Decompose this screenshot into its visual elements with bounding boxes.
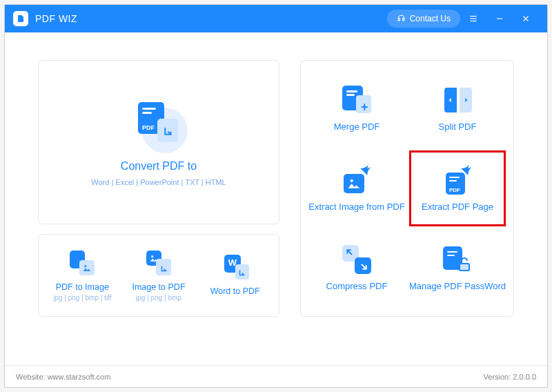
convert-pdf-card[interactable]: PDF Convert PDF to Word | Excel | PowerP…: [38, 60, 279, 224]
app-title: PDF WIZ: [35, 13, 77, 24]
pdf-to-image-icon: [68, 249, 96, 277]
split-pdf-icon: [442, 84, 473, 116]
version-value: 2.0.0.0: [513, 373, 536, 381]
mini-tools-card: PDF to Image jpg | png | bmp | tiff Imag…: [38, 234, 279, 317]
svg-point-6: [85, 265, 87, 267]
split-pdf-button[interactable]: Split PDF: [407, 69, 508, 148]
contact-us-button[interactable]: Contact Us: [387, 10, 460, 28]
merge-pdf-button[interactable]: + Merge PDF: [306, 69, 407, 148]
extract-pdf-page-button[interactable]: PDF Extract PDF Page: [407, 148, 508, 228]
word-to-pdf-button[interactable]: W Word to PDF: [197, 253, 273, 298]
tile-label: Split PDF: [439, 121, 477, 133]
convert-pdf-formats: Word | Excel | PowerPoint | TXT | HTML: [91, 178, 226, 186]
titlebar: PDF WIZ Contact Us: [5, 5, 547, 32]
extract-image-icon: [341, 164, 373, 196]
mini-label: Image to PDF: [132, 282, 185, 292]
image-to-pdf-icon: [145, 249, 172, 277]
tile-label: Extract PDF Page: [422, 202, 493, 213]
website-value: www.starzsoft.com: [48, 373, 111, 381]
minimize-button[interactable]: [486, 5, 513, 32]
svg-rect-9: [460, 264, 469, 271]
extract-page-icon: PDF: [442, 164, 473, 196]
pdf-to-image-button[interactable]: PDF to Image jpg | png | bmp | tiff: [45, 249, 121, 302]
contact-us-label: Contact Us: [410, 14, 451, 23]
main-content: PDF Convert PDF to Word | Excel | PowerP…: [5, 32, 547, 365]
image-to-pdf-button[interactable]: Image to PDF jpg | png | bmp: [121, 249, 197, 302]
merge-pdf-icon: +: [341, 84, 373, 116]
close-button[interactable]: [513, 5, 539, 32]
version-label: Version:: [484, 373, 511, 381]
compress-pdf-icon: [341, 244, 373, 275]
app-logo: [13, 11, 28, 26]
tile-label: Extract Image from PDF: [308, 202, 404, 213]
mini-sub: jpg | png | bmp | tiff: [53, 294, 111, 302]
footer: Website: www.starzsoft.com Version: 2.0.…: [5, 365, 547, 387]
mini-label: PDF to Image: [56, 282, 109, 292]
headset-icon: [397, 13, 406, 24]
mini-sub: jpg | png | bmp: [136, 294, 181, 302]
word-to-pdf-icon: W: [221, 253, 249, 281]
app-window: PDF WIZ Contact Us: [4, 4, 548, 388]
website-label: Website:: [16, 373, 46, 381]
mini-label: Word to PDF: [210, 286, 260, 296]
convert-pdf-title: Convert PDF to: [121, 160, 197, 173]
svg-point-8: [351, 179, 353, 182]
tools-grid: + Merge PDF Split PDF: [300, 60, 514, 317]
manage-password-button[interactable]: Manage PDF PassWord: [407, 228, 508, 308]
tile-label: Merge PDF: [334, 121, 379, 133]
extract-image-button[interactable]: Extract Image from PDF: [306, 148, 407, 228]
svg-point-7: [151, 255, 153, 257]
compress-pdf-button[interactable]: Compress PDF: [306, 228, 407, 308]
convert-pdf-icon: PDF: [134, 98, 184, 148]
menu-button[interactable]: [460, 5, 486, 32]
manage-password-icon: [442, 244, 473, 275]
tile-label: Compress PDF: [326, 281, 388, 293]
tile-label: Manage PDF PassWord: [409, 281, 506, 293]
